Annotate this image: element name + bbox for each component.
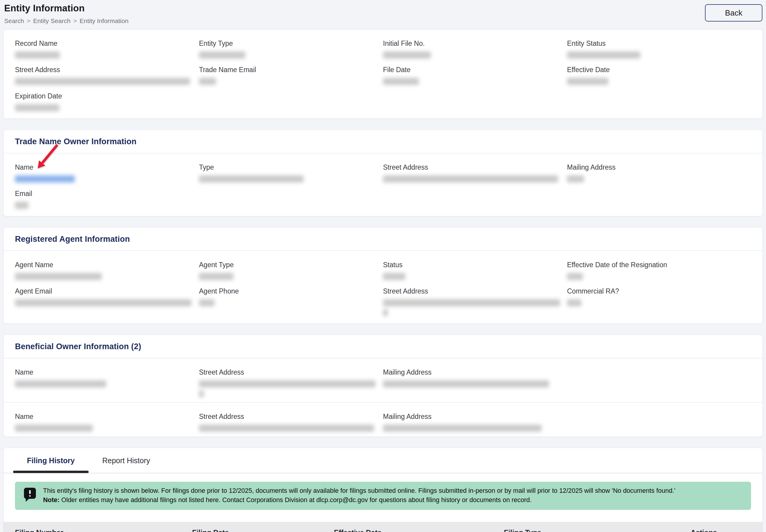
field-entity-type: Entity Type bbox=[199, 39, 383, 59]
filing-history-card: Filing History Report History This entit… bbox=[3, 448, 763, 532]
field-label: Name bbox=[15, 163, 199, 171]
breadcrumb-search[interactable]: Search bbox=[4, 17, 24, 24]
breadcrumb-separator: > bbox=[27, 17, 31, 24]
field-bo2-street-address: Street Address bbox=[199, 413, 383, 432]
redacted-value bbox=[199, 51, 245, 59]
field-label: Status bbox=[383, 261, 567, 269]
filing-table: Filing Number Filing Date Effective Date… bbox=[4, 522, 762, 532]
tab-filing-history[interactable]: Filing History bbox=[13, 448, 89, 473]
field-owner-street-address: Street Address bbox=[383, 163, 567, 183]
banner-note-label: Note: bbox=[43, 496, 60, 504]
column-header-actions: Actions bbox=[691, 528, 762, 532]
field-commercial-ra: Commercial RA? bbox=[567, 287, 751, 316]
field-agent-street-address: Street Address bbox=[383, 287, 567, 316]
page-title: Entity Information bbox=[4, 3, 128, 14]
redacted-value bbox=[199, 380, 376, 387]
field-bo2-mailing-address: Mailing Address bbox=[383, 413, 567, 432]
back-button[interactable]: Back bbox=[705, 4, 762, 22]
breadcrumb-current: Entity Information bbox=[80, 17, 128, 24]
breadcrumb: Search>Entity Search>Entity Information bbox=[4, 17, 128, 25]
agent-fields-grid: Agent Name Agent Type Status Effective D… bbox=[4, 251, 762, 323]
filing-table-header: Filing Number Filing Date Effective Date… bbox=[4, 522, 762, 532]
field-label: Entity Status bbox=[567, 39, 751, 48]
trade-name-owner-card: Trade Name Owner Information Name Type S… bbox=[3, 130, 763, 216]
redacted-value bbox=[567, 175, 584, 183]
redacted-value bbox=[383, 51, 431, 59]
field-agent-phone: Agent Phone bbox=[199, 287, 383, 316]
tab-bar: Filing History Report History bbox=[4, 448, 762, 473]
redacted-value bbox=[199, 390, 204, 397]
filing-notice-banner: This entity's filing history is shown be… bbox=[15, 482, 751, 510]
redacted-value bbox=[383, 380, 549, 387]
redacted-value bbox=[567, 51, 640, 59]
redacted-value bbox=[383, 299, 560, 306]
field-owner-type: Type bbox=[199, 163, 383, 183]
field-label: Agent Type bbox=[199, 261, 383, 269]
section-header: Trade Name Owner Information bbox=[4, 130, 762, 153]
redacted-value bbox=[199, 425, 374, 432]
owner-name-link[interactable] bbox=[15, 175, 75, 183]
beneficial-owner-row: Name Street Address Mailing Address bbox=[4, 403, 762, 437]
owner-fields-grid: Name Type Street Address Mailing Address… bbox=[4, 153, 762, 216]
redacted-value bbox=[567, 273, 583, 280]
beneficial-owner-row: Name Street Address Mailing Address bbox=[4, 358, 762, 402]
column-header-effective-date: Effective Date bbox=[334, 528, 504, 532]
redacted-value bbox=[383, 309, 388, 316]
redacted-value bbox=[199, 78, 216, 85]
redacted-value bbox=[383, 175, 558, 183]
redacted-value bbox=[15, 380, 106, 387]
redacted-value bbox=[15, 51, 60, 59]
field-owner-mailing-address: Mailing Address bbox=[567, 163, 751, 183]
redacted-value bbox=[15, 273, 102, 280]
field-label: Type bbox=[199, 163, 383, 171]
field-initial-file-no: Initial File No. bbox=[383, 39, 567, 59]
exclamation-speech-bubble-icon bbox=[23, 487, 37, 502]
redacted-value bbox=[199, 299, 215, 306]
field-agent-name: Agent Name bbox=[15, 261, 199, 280]
field-label: Entity Type bbox=[199, 39, 383, 48]
tab-report-history[interactable]: Report History bbox=[89, 448, 164, 473]
redacted-value bbox=[383, 425, 542, 432]
field-label: Name bbox=[15, 368, 199, 376]
redacted-value bbox=[567, 78, 608, 85]
banner-line1: This entity's filing history is shown be… bbox=[43, 486, 675, 495]
field-expiration-date: Expiration Date bbox=[15, 92, 199, 111]
banner-note-text: Older entities may have additional filin… bbox=[60, 496, 532, 504]
section-header: Registered Agent Information bbox=[4, 227, 762, 250]
field-owner-name: Name bbox=[15, 163, 199, 183]
field-label: Agent Phone bbox=[199, 287, 383, 295]
field-effective-date: Effective Date bbox=[567, 66, 751, 85]
redacted-value bbox=[15, 299, 191, 306]
field-bo1-mailing-address: Mailing Address bbox=[383, 368, 567, 397]
redacted-value bbox=[199, 175, 304, 183]
field-label: File Date bbox=[383, 66, 567, 74]
field-label: Initial File No. bbox=[383, 39, 567, 48]
field-resignation-effective-date: Effective Date of the Resignation bbox=[567, 261, 751, 280]
registered-agent-card: Registered Agent Information Agent Name … bbox=[3, 227, 763, 324]
banner-line2: Note: Older entities may have additional… bbox=[43, 495, 675, 505]
field-entity-status: Entity Status bbox=[567, 39, 751, 59]
column-header-filing-number: Filing Number bbox=[15, 528, 192, 532]
redacted-value bbox=[383, 78, 419, 85]
redacted-value bbox=[199, 273, 233, 280]
column-header-filing-type: Filing Type bbox=[504, 528, 691, 532]
breadcrumb-entity-search[interactable]: Entity Search bbox=[33, 17, 71, 24]
field-label: Street Address bbox=[15, 66, 199, 74]
breadcrumb-separator: > bbox=[73, 17, 77, 24]
field-label: Trade Name Email bbox=[199, 66, 383, 74]
field-label: Street Address bbox=[383, 287, 567, 295]
section-title: Trade Name Owner Information bbox=[15, 137, 751, 146]
beneficial-owner-card: Beneficial Owner Information (2) Name St… bbox=[3, 335, 763, 437]
redacted-value bbox=[15, 78, 190, 85]
field-label: Mailing Address bbox=[567, 163, 751, 171]
field-label: Street Address bbox=[199, 368, 383, 376]
field-bo1-street-address: Street Address bbox=[199, 368, 383, 397]
field-label: Effective Date bbox=[567, 66, 751, 74]
redacted-value bbox=[383, 273, 405, 280]
field-agent-type: Agent Type bbox=[199, 261, 383, 280]
field-label: Expiration Date bbox=[15, 92, 199, 100]
section-header: Beneficial Owner Information (2) bbox=[4, 335, 762, 358]
field-street-address: Street Address bbox=[15, 66, 199, 85]
redacted-value bbox=[15, 425, 93, 432]
section-title: Registered Agent Information bbox=[15, 235, 751, 244]
